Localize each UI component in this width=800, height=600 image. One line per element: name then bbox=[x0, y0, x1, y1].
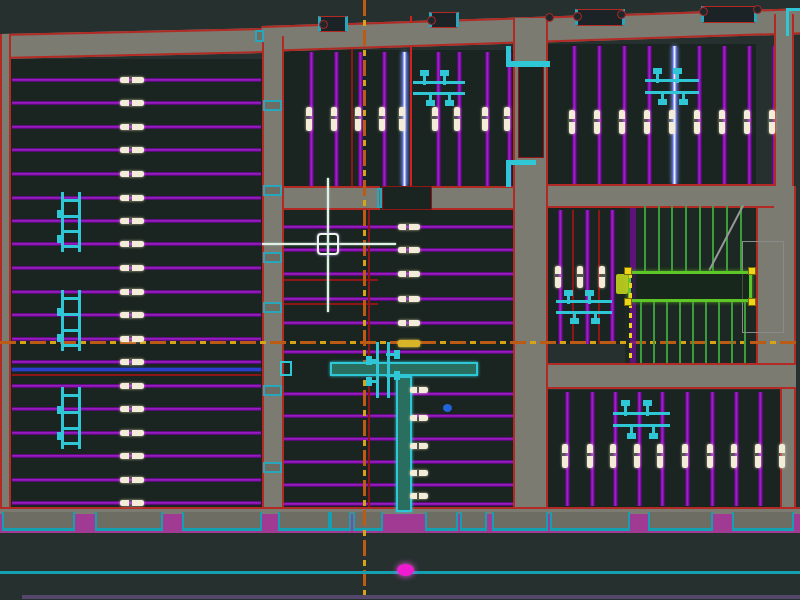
stair-tread[interactable] bbox=[658, 206, 660, 272]
beam-wall-tick[interactable] bbox=[280, 361, 292, 376]
window-opening[interactable] bbox=[550, 512, 630, 531]
wall-opening[interactable] bbox=[518, 66, 544, 158]
riser-knob bbox=[57, 432, 63, 440]
fixture-knob bbox=[627, 433, 636, 439]
fixture-rail bbox=[556, 311, 612, 314]
point-marker-blue[interactable] bbox=[443, 404, 452, 412]
label-mark bbox=[398, 320, 420, 326]
selection-grip[interactable] bbox=[624, 267, 632, 275]
red-line[interactable] bbox=[12, 374, 261, 376]
column-dot[interactable] bbox=[573, 12, 582, 21]
bracket-corner-right[interactable] bbox=[786, 8, 800, 11]
stair-tread[interactable] bbox=[718, 302, 720, 363]
window-opening[interactable] bbox=[330, 512, 351, 531]
window-opening[interactable] bbox=[95, 512, 163, 531]
bracket-shaft-bottom[interactable] bbox=[506, 160, 536, 165]
window-tick[interactable] bbox=[263, 100, 282, 111]
window-opening[interactable] bbox=[732, 512, 794, 531]
window-niche[interactable] bbox=[701, 6, 757, 23]
column-dot[interactable] bbox=[699, 7, 708, 16]
fixture-symbol[interactable] bbox=[366, 342, 400, 398]
riser-symbol[interactable] bbox=[57, 290, 84, 351]
wall-band-right[interactable] bbox=[548, 184, 774, 208]
wall-right-top[interactable] bbox=[774, 14, 794, 186]
riser-rung bbox=[61, 427, 81, 430]
label-mark bbox=[120, 241, 144, 247]
column-dot[interactable] bbox=[753, 5, 762, 14]
centerline-vertical[interactable] bbox=[363, 0, 366, 600]
window-opening[interactable] bbox=[492, 512, 548, 531]
fixture-symbol[interactable] bbox=[413, 70, 465, 106]
bracket-corner-right[interactable] bbox=[786, 8, 789, 36]
fixture-rail bbox=[376, 342, 379, 398]
stair-tread[interactable] bbox=[640, 302, 642, 363]
column-dot[interactable] bbox=[319, 20, 328, 29]
fixture-symbol[interactable] bbox=[556, 290, 612, 324]
label-mark bbox=[594, 110, 600, 134]
riser-rung bbox=[61, 394, 81, 397]
column-dot[interactable] bbox=[545, 13, 554, 22]
selection-grip[interactable] bbox=[624, 298, 632, 306]
window-opening[interactable] bbox=[648, 512, 713, 531]
stair-tread[interactable] bbox=[705, 302, 707, 363]
column-dot[interactable] bbox=[617, 10, 626, 19]
label-mark bbox=[555, 266, 561, 288]
window-tick[interactable] bbox=[377, 188, 382, 208]
wall-top-left[interactable] bbox=[0, 28, 270, 59]
stair-tread[interactable] bbox=[685, 206, 687, 272]
wall-left[interactable] bbox=[0, 34, 11, 510]
wall-right-bottom[interactable] bbox=[780, 370, 796, 508]
riser-knob bbox=[57, 235, 63, 243]
window-tick[interactable] bbox=[263, 185, 282, 196]
stair-tread[interactable] bbox=[666, 302, 668, 363]
window-opening[interactable] bbox=[425, 512, 458, 531]
red-line[interactable] bbox=[351, 28, 353, 186]
window-opening[interactable] bbox=[2, 512, 75, 531]
wall-opening[interactable] bbox=[382, 186, 432, 210]
riser-symbol[interactable] bbox=[57, 387, 84, 449]
selection-grip[interactable] bbox=[748, 267, 756, 275]
stair-landing-selected[interactable] bbox=[628, 271, 752, 302]
window-opening[interactable] bbox=[278, 512, 330, 531]
label-mark bbox=[682, 444, 688, 468]
grip-dash-line[interactable] bbox=[629, 273, 632, 363]
window-tick[interactable] bbox=[255, 30, 264, 42]
label-mark bbox=[755, 444, 761, 468]
wall-band-center-b[interactable] bbox=[432, 186, 513, 210]
window-tick[interactable] bbox=[263, 302, 282, 313]
window-opening[interactable] bbox=[182, 512, 262, 531]
stair-tread[interactable] bbox=[671, 206, 673, 272]
window-tick[interactable] bbox=[263, 252, 282, 263]
window-tick[interactable] bbox=[263, 462, 282, 473]
wall-band-stair-bottom[interactable] bbox=[548, 363, 796, 389]
window-opening[interactable] bbox=[460, 512, 487, 531]
fixture-knob bbox=[394, 350, 400, 359]
fixture-knob bbox=[394, 371, 400, 380]
stair-tread[interactable] bbox=[644, 206, 646, 272]
guide-line-purple[interactable] bbox=[22, 595, 800, 599]
stair-tread[interactable] bbox=[699, 206, 701, 272]
joist-blue[interactable] bbox=[12, 368, 261, 371]
stair-tread[interactable] bbox=[653, 302, 655, 363]
fixture-knob bbox=[673, 68, 682, 74]
window-tick[interactable] bbox=[263, 385, 282, 396]
fixture-symbol[interactable] bbox=[613, 400, 670, 439]
stair-tread[interactable] bbox=[731, 302, 733, 363]
level-marker[interactable] bbox=[616, 274, 628, 294]
window-opening[interactable] bbox=[353, 512, 383, 531]
point-marker-magenta[interactable] bbox=[397, 564, 414, 576]
selection-grip[interactable] bbox=[748, 298, 756, 306]
beam-horizontal[interactable] bbox=[330, 362, 478, 376]
label-mark bbox=[410, 493, 428, 499]
fixture-symbol[interactable] bbox=[645, 68, 699, 105]
label-mark bbox=[610, 444, 616, 468]
label-mark bbox=[120, 265, 144, 271]
riser-knob bbox=[57, 406, 63, 414]
riser-symbol[interactable] bbox=[57, 192, 84, 252]
bracket-shaft-top[interactable] bbox=[506, 61, 550, 67]
stair-tread[interactable] bbox=[679, 302, 681, 363]
column-dot[interactable] bbox=[427, 16, 436, 25]
label-mark bbox=[120, 383, 144, 389]
stair-tread[interactable] bbox=[692, 302, 694, 363]
drawing-canvas[interactable] bbox=[0, 0, 800, 600]
